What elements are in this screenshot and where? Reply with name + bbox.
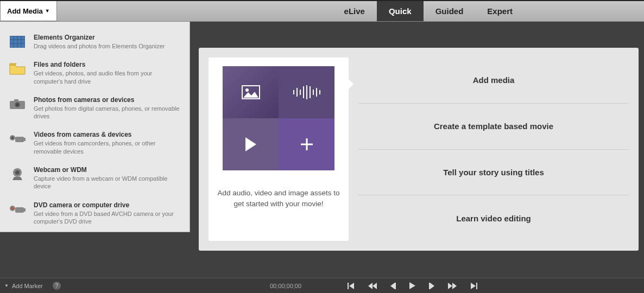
menu-desc: Get video from a DVD based AVCHD camera …: [34, 210, 181, 226]
add-media-card: Add audio, video and image assets to get…: [209, 58, 349, 241]
svg-rect-36: [476, 283, 477, 289]
add-marker-button[interactable]: ▼ Add Marker: [4, 283, 43, 289]
fast-forward-button[interactable]: [448, 283, 457, 289]
svg-point-21: [245, 88, 249, 92]
svg-rect-33: [348, 283, 349, 289]
video-tile-icon: [223, 118, 279, 170]
menu-item-photos-cameras[interactable]: Photos from cameras or devices Get photo…: [0, 92, 190, 127]
add-media-dropdown-button[interactable]: Add Media ▼: [0, 1, 57, 21]
grid-icon: [9, 35, 26, 49]
dvd-camcorder-icon: [9, 202, 26, 216]
image-tile-icon: [223, 66, 279, 118]
menu-item-dvd-camera[interactable]: DVD camera or computer drive Get video f…: [0, 197, 190, 232]
main-content: Add audio, video and image assets to get…: [190, 22, 644, 278]
camcorder-icon: [9, 132, 26, 146]
svg-rect-16: [15, 207, 24, 213]
menu-title: Elements Organizer: [34, 34, 181, 41]
menu-desc: Get photos from digital cameras, phones,…: [34, 105, 181, 120]
workspace-tabs: eLive Quick Guided Expert: [332, 1, 644, 21]
svg-point-15: [15, 170, 20, 175]
bottom-toolbar: ▼ Add Marker ? 00;00;00;00: [0, 278, 644, 293]
step-forward-button[interactable]: [428, 283, 435, 289]
audio-tile-icon: [279, 66, 334, 118]
svg-point-12: [11, 137, 14, 139]
menu-desc: Drag videos and photos from Elements Org…: [34, 42, 181, 50]
caret-down-icon: ▼: [45, 8, 50, 14]
menu-desc: Get videos from camcorders, phones, or o…: [34, 139, 181, 155]
tab-quick[interactable]: Quick: [377, 1, 424, 21]
menu-title: Files and folders: [34, 61, 181, 68]
svg-rect-19: [24, 208, 26, 212]
menu-title: Photos from cameras or devices: [34, 96, 181, 104]
option-story-titles[interactable]: Tell your story using titles: [358, 150, 629, 196]
svg-rect-10: [15, 137, 24, 142]
svg-rect-35: [429, 283, 430, 289]
welcome-options: Add media Create a template based movie …: [358, 58, 629, 241]
add-media-label: Add Media: [7, 7, 43, 15]
camera-icon: [9, 97, 26, 111]
webcam-icon: [9, 167, 26, 181]
goto-end-button[interactable]: [470, 283, 477, 289]
svg-rect-34: [395, 283, 396, 289]
timecode-display: 00;00;00;00: [270, 283, 301, 289]
option-add-media[interactable]: Add media: [358, 58, 629, 104]
option-template-movie[interactable]: Create a template based movie: [358, 104, 629, 150]
menu-desc: Capture video from a webcam or WDM compa…: [34, 175, 181, 190]
menu-desc: Get videos, photos, and audio files from…: [34, 69, 181, 85]
add-tile-icon: [279, 118, 334, 170]
tab-guided[interactable]: Guided: [424, 1, 476, 21]
folder-icon: [9, 62, 26, 76]
caret-down-icon: ▼: [4, 283, 9, 288]
add-media-dropdown-panel: Elements Organizer Drag videos and photo…: [0, 22, 190, 232]
svg-point-9: [16, 103, 19, 106]
menu-item-videos-cameras[interactable]: Videos from cameras & devices Get videos…: [0, 126, 190, 162]
menu-item-files-folders[interactable]: Files and folders Get videos, photos, an…: [0, 56, 190, 92]
help-button[interactable]: ?: [53, 282, 61, 290]
rewind-button[interactable]: [368, 283, 377, 289]
menu-item-elements-organizer[interactable]: Elements Organizer Drag videos and photo…: [0, 29, 190, 56]
play-button[interactable]: [409, 282, 415, 289]
tab-expert[interactable]: Expert: [475, 1, 525, 21]
menu-title: DVD camera or computer drive: [34, 201, 181, 209]
tab-elive[interactable]: eLive: [332, 1, 377, 21]
step-back-button[interactable]: [390, 283, 396, 289]
menu-title: Webcam or WDM: [34, 166, 181, 174]
svg-point-18: [11, 207, 14, 209]
option-learn-editing[interactable]: Learn video editing: [358, 195, 629, 241]
svg-rect-7: [14, 99, 18, 101]
welcome-panel: Add audio, video and image assets to get…: [199, 48, 639, 251]
top-toolbar: Add Media ▼ eLive Quick Guided Expert: [0, 0, 644, 22]
card-caption: Add audio, video and image assets to get…: [217, 188, 340, 209]
svg-rect-13: [24, 138, 26, 141]
goto-start-button[interactable]: [348, 283, 355, 289]
media-tiles-graphic: [223, 66, 334, 170]
transport-controls: [348, 282, 477, 289]
add-marker-label: Add Marker: [12, 283, 43, 289]
menu-item-webcam[interactable]: Webcam or WDM Capture video from a webca…: [0, 162, 190, 197]
menu-title: Videos from cameras & devices: [34, 131, 181, 138]
